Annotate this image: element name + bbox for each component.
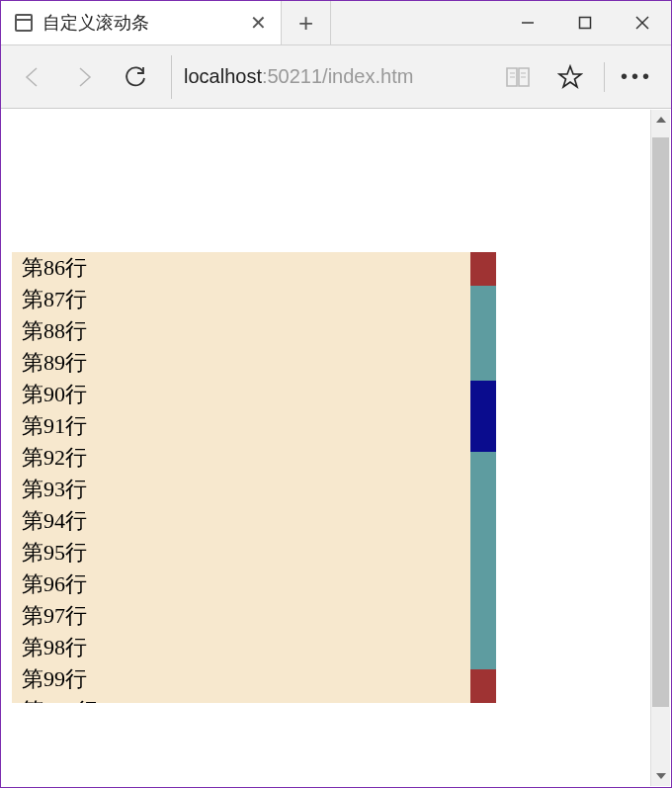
custom-scroll-down-button[interactable] bbox=[470, 669, 496, 703]
favorite-icon[interactable] bbox=[546, 53, 594, 101]
close-tab-icon[interactable]: ✕ bbox=[246, 13, 271, 33]
more-menu-button[interactable]: ••• bbox=[615, 65, 659, 88]
list-item: 第97行 bbox=[22, 600, 470, 632]
browser-scroll-down-icon[interactable] bbox=[651, 766, 670, 786]
custom-scrollbar[interactable] bbox=[470, 252, 496, 703]
titlebar: 自定义滚动条 ✕ + bbox=[1, 1, 671, 45]
browser-tab[interactable]: 自定义滚动条 ✕ bbox=[1, 1, 282, 44]
new-tab-button[interactable]: + bbox=[282, 1, 331, 44]
window-close-button[interactable] bbox=[614, 1, 671, 44]
list-item: 第91行 bbox=[22, 410, 470, 442]
viewport: 第86行第87行第88行第89行第90行第91行第92行第93行第94行第95行… bbox=[2, 110, 670, 786]
list-item: 第94行 bbox=[22, 505, 470, 537]
reading-view-icon[interactable] bbox=[495, 53, 543, 101]
toolbar: localhost:50211/index.htm ••• bbox=[1, 45, 671, 109]
list-item: 第93行 bbox=[22, 474, 470, 505]
list-item: 第86行 bbox=[22, 252, 470, 284]
list-item: 第90行 bbox=[22, 379, 470, 410]
custom-scroll-thumb[interactable] bbox=[470, 381, 496, 452]
list-item: 第88行 bbox=[22, 315, 470, 347]
forward-button[interactable] bbox=[60, 53, 108, 101]
browser-scrollbar[interactable] bbox=[650, 110, 670, 786]
list-item: 第87行 bbox=[22, 284, 470, 315]
list-item: 第92行 bbox=[22, 442, 470, 474]
list-item: 第98行 bbox=[22, 632, 470, 663]
page-icon bbox=[15, 14, 33, 32]
list-item: 第89行 bbox=[22, 347, 470, 379]
minimize-button[interactable] bbox=[499, 1, 556, 44]
address-bar[interactable]: localhost:50211/index.htm bbox=[171, 55, 491, 99]
custom-scroll-widget: 第86行第87行第88行第89行第90行第91行第92行第93行第94行第95行… bbox=[12, 252, 496, 703]
refresh-button[interactable] bbox=[112, 53, 159, 101]
row-list: 第86行第87行第88行第89行第90行第91行第92行第93行第94行第95行… bbox=[12, 252, 470, 703]
maximize-button[interactable] bbox=[556, 1, 614, 44]
browser-scroll-up-icon[interactable] bbox=[651, 110, 670, 130]
list-item: 第100行 bbox=[22, 695, 470, 703]
svg-rect-1 bbox=[580, 18, 591, 29]
back-button[interactable] bbox=[9, 53, 56, 101]
separator bbox=[604, 62, 605, 92]
page-content: 第86行第87行第88行第89行第90行第91行第92行第93行第94行第95行… bbox=[2, 110, 650, 786]
tab-title: 自定义滚动条 bbox=[42, 11, 236, 35]
address-text: localhost:50211/index.htm bbox=[184, 65, 491, 88]
browser-scroll-thumb[interactable] bbox=[652, 137, 669, 707]
list-item: 第96行 bbox=[22, 569, 470, 600]
list-item: 第99行 bbox=[22, 663, 470, 695]
custom-scroll-up-button[interactable] bbox=[470, 252, 496, 286]
list-item: 第95行 bbox=[22, 537, 470, 569]
